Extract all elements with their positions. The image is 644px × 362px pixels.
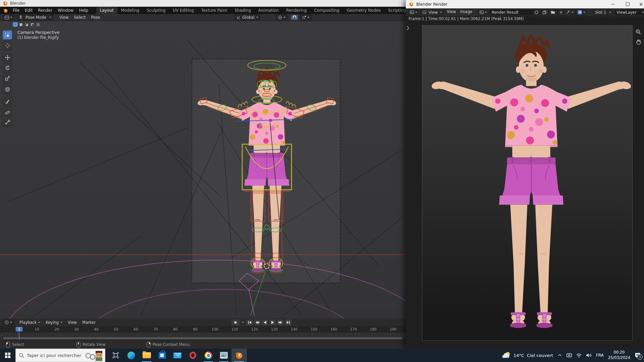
- snap-toggle-button[interactable]: [290, 14, 299, 20]
- zoom-tool-button[interactable]: [635, 28, 642, 36]
- timeline-menu-playback[interactable]: Playback: [17, 320, 43, 325]
- viewport-view-label: Camera Perspective: [17, 30, 59, 35]
- close-button[interactable]: ×: [635, 0, 644, 8]
- select-mode-invert[interactable]: [36, 22, 41, 27]
- select-mode-tweak[interactable]: [13, 22, 18, 27]
- pivot-point-dropdown[interactable]: [276, 14, 287, 20]
- taskbar-mail[interactable]: [170, 349, 185, 362]
- taskbar-explorer[interactable]: [139, 349, 154, 362]
- tab-compositing[interactable]: Compositing: [310, 7, 343, 14]
- wifi-button[interactable]: [576, 353, 582, 358]
- render-result-image[interactable]: [422, 25, 633, 341]
- blender-logo-icon: [409, 2, 414, 7]
- taskbar-chrome[interactable]: [201, 349, 216, 362]
- timeline-menu-marker[interactable]: Marker: [79, 320, 98, 325]
- menu-render[interactable]: Render: [35, 8, 55, 13]
- 3d-viewport[interactable]: Camera Perspective (1) blender file_Rigi…: [0, 21, 406, 318]
- select-mode-subtract[interactable]: [30, 22, 35, 27]
- menu-help[interactable]: Help: [76, 8, 91, 13]
- render-menu-image[interactable]: Image: [458, 9, 475, 14]
- timeline-editor-type-button[interactable]: [3, 319, 14, 325]
- taskbar-store[interactable]: [154, 349, 170, 362]
- tool-select-box[interactable]: [3, 31, 12, 40]
- open-image-button[interactable]: [549, 9, 557, 15]
- tool-move[interactable]: [3, 53, 12, 62]
- tool-scale[interactable]: [3, 74, 12, 83]
- tab-modeling[interactable]: Modeling: [117, 7, 143, 14]
- mode-dropdown[interactable]: Pose Mode: [17, 14, 53, 20]
- tray-expand-button[interactable]: [557, 353, 562, 358]
- jump-to-start-button[interactable]: [246, 319, 253, 325]
- menu-file[interactable]: File: [10, 8, 22, 13]
- play-reverse-button[interactable]: [262, 319, 268, 325]
- image-browse-button[interactable]: [478, 9, 489, 15]
- image-name-field[interactable]: Render Result: [490, 9, 535, 15]
- tool-measure[interactable]: [3, 107, 12, 116]
- menu-edit[interactable]: Edit: [22, 8, 35, 13]
- select-mode-new[interactable]: [18, 22, 23, 27]
- taskbar-blender[interactable]: [231, 349, 247, 362]
- taskbar-edge[interactable]: [123, 349, 139, 362]
- tool-transform[interactable]: [3, 85, 12, 94]
- current-frame-indicator[interactable]: 1: [16, 327, 23, 331]
- viewport-canvas[interactable]: [0, 21, 406, 318]
- tab-geometry-nodes[interactable]: Geometry Nodes: [343, 7, 384, 14]
- render-menu-view[interactable]: View: [444, 9, 459, 14]
- timeline-menu-keying[interactable]: Keying: [43, 320, 65, 325]
- auto-keying-button[interactable]: [231, 319, 239, 325]
- display-channels-dropdown[interactable]: [576, 9, 587, 15]
- meet-now-button[interactable]: [567, 353, 572, 358]
- timeline-menu-view[interactable]: View: [65, 320, 79, 325]
- view-layer-dropdown[interactable]: ViewLayer: [614, 9, 644, 15]
- keying-chevron-icon[interactable]: [242, 322, 244, 323]
- pan-tool-button[interactable]: [635, 38, 642, 46]
- channel-expand-icon[interactable]: ›: [1, 333, 2, 338]
- image-mode-dropdown[interactable]: View: [421, 9, 444, 15]
- playhead-line[interactable]: [19, 332, 19, 340]
- proportional-editing-dropdown[interactable]: [300, 14, 312, 20]
- prev-keyframe-button[interactable]: [254, 319, 261, 325]
- next-keyframe-button[interactable]: [277, 319, 284, 325]
- sidebar-expand-icon[interactable]: ❯: [406, 25, 410, 30]
- taskbar-clock[interactable]: 00:20 25/03/2024: [608, 350, 630, 360]
- viewport-menu-view[interactable]: View: [57, 15, 71, 20]
- tool-pose-breakdowner[interactable]: [3, 118, 12, 127]
- tab-shading[interactable]: Shading: [231, 7, 255, 14]
- editor-type-button[interactable]: [3, 14, 14, 20]
- taskbar-opera[interactable]: [185, 349, 201, 362]
- task-view-button[interactable]: [108, 349, 123, 362]
- taskbar-photos[interactable]: [216, 349, 231, 362]
- tab-layout[interactable]: Layout: [96, 7, 117, 14]
- language-indicator[interactable]: FRA: [596, 353, 604, 358]
- menu-window[interactable]: Window: [55, 8, 76, 13]
- taskbar-search[interactable]: Taper ici pour rechercher: [15, 349, 105, 362]
- new-image-button[interactable]: [541, 9, 549, 15]
- weather-widget[interactable]: 14°C Ciel couvert: [501, 351, 553, 359]
- blender-menu-logo-icon[interactable]: [3, 8, 9, 13]
- jump-to-end-button[interactable]: [285, 319, 291, 325]
- viewport-menu-pose[interactable]: Pose: [89, 15, 103, 20]
- timeline-tick: 170: [350, 327, 357, 331]
- viewport-menu-select[interactable]: Select: [71, 15, 88, 20]
- slot-dropdown[interactable]: Slot 1: [593, 9, 613, 15]
- tab-animation[interactable]: Animation: [255, 7, 282, 14]
- select-mode-extend[interactable]: [24, 22, 29, 27]
- tab-sculpting[interactable]: Sculpting: [143, 7, 169, 14]
- fake-user-button[interactable]: [533, 9, 541, 15]
- maximize-button[interactable]: [622, 0, 633, 8]
- tab-uv-editing[interactable]: UV Editing: [169, 7, 198, 14]
- play-button[interactable]: [269, 319, 276, 325]
- action-center-button[interactable]: 5: [635, 352, 641, 358]
- tool-rotate[interactable]: [3, 63, 12, 72]
- gizmo-dropdown[interactable]: [564, 9, 576, 15]
- transform-orientation-dropdown[interactable]: Global: [235, 14, 260, 20]
- volume-button[interactable]: [586, 353, 592, 358]
- image-editor-type-button[interactable]: [408, 9, 419, 15]
- tab-texture-paint[interactable]: Texture Paint: [198, 7, 231, 14]
- tool-annotate[interactable]: [3, 97, 12, 106]
- timeline-scrollbar[interactable]: [3, 337, 402, 339]
- tab-rendering[interactable]: Rendering: [282, 7, 310, 14]
- start-button[interactable]: [0, 349, 15, 362]
- minimize-button[interactable]: [607, 0, 619, 8]
- tool-cursor[interactable]: [3, 41, 12, 50]
